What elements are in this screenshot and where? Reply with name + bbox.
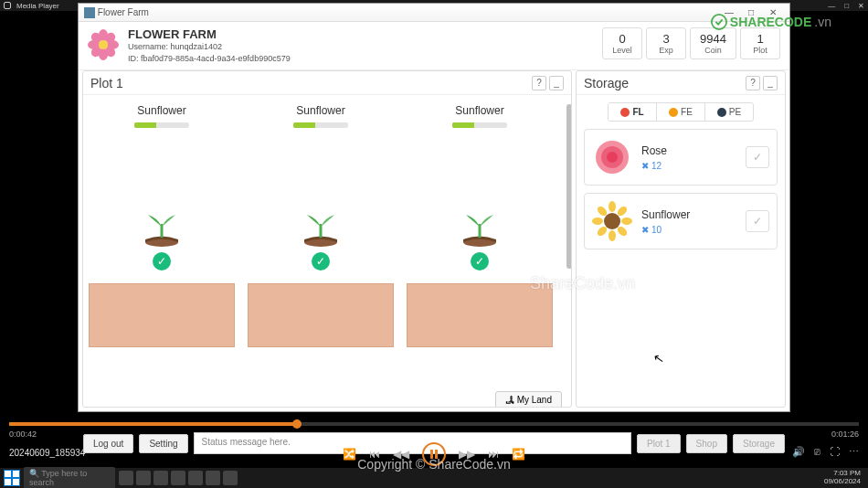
more-icon[interactable]: ⋯ <box>849 446 859 458</box>
player-app-label: Media Player <box>16 2 59 10</box>
empty-plot[interactable] <box>89 283 235 347</box>
window-minimize-button[interactable]: — <box>718 7 740 17</box>
start-button[interactable] <box>4 470 20 486</box>
storage-body: FL FE PE Rose ✖ 12 ✓ <box>577 95 785 407</box>
empty-plot[interactable] <box>407 283 553 347</box>
storage-panel-title: Storage <box>584 76 629 90</box>
rose-icon <box>592 137 632 177</box>
username-value: hunqdzai1402 <box>171 42 223 51</box>
forward-icon[interactable]: ▶▶ <box>459 448 475 461</box>
taskbar-app-icon[interactable] <box>119 471 133 485</box>
plant-sprite <box>139 137 185 247</box>
taskbar-app-icon[interactable] <box>206 471 220 485</box>
my-land-button[interactable]: 🏞 My Land <box>495 391 562 407</box>
tab-fl[interactable]: FL <box>609 103 656 121</box>
stat-exp: 3Exp <box>646 27 686 59</box>
java-icon <box>84 7 95 18</box>
taskbar-app-icon[interactable] <box>171 471 185 485</box>
storage-tabs: FL FE PE <box>608 102 754 122</box>
player-right-controls: 🔊 ⎚ ⛶ ⋯ <box>792 446 859 458</box>
storage-item-check[interactable]: ✓ <box>746 146 769 168</box>
plant-card[interactable]: Sunflower ✓ <box>248 104 394 271</box>
fullscreen-icon[interactable]: ⛶ <box>830 446 840 458</box>
storage-item-qty: ✖ 10 <box>641 225 736 235</box>
svg-rect-0 <box>84 7 95 18</box>
taskbar-app-icon[interactable] <box>223 471 238 485</box>
stat-level: 0Level <box>602 27 642 59</box>
storage-item-sunflower[interactable]: Sunflower ✖ 10 ✓ <box>584 193 778 249</box>
svg-point-24 <box>604 213 620 229</box>
stats-row: 0Level 3Exp 9944Coin 1Plot <box>602 27 780 59</box>
shuffle-icon[interactable]: 🔀 <box>343 448 356 461</box>
app-title: FLOWER FARM <box>128 27 593 41</box>
nav-plot1-button[interactable]: Plot 1 <box>637 434 681 453</box>
tab-pe[interactable]: PE <box>704 103 753 121</box>
nav-shop-button[interactable]: Shop <box>686 434 727 453</box>
prev-icon[interactable]: ⏮ <box>369 448 380 461</box>
sprout-icon <box>457 210 503 247</box>
check-icon[interactable]: ✓ <box>471 252 489 271</box>
check-icon[interactable]: ✓ <box>153 252 171 271</box>
empty-plot[interactable] <box>248 283 394 347</box>
video-file-name: 20240609_185934 <box>9 448 85 458</box>
window-title: Flower Farm <box>98 7 149 17</box>
growth-progress <box>293 122 348 128</box>
os-maximize-icon[interactable]: □ <box>844 2 849 10</box>
taskbar-app-icon[interactable] <box>153 471 168 485</box>
video-time-total: 0:01:26 <box>831 430 859 439</box>
scrollbar-thumb[interactable] <box>566 104 571 269</box>
window-titlebar[interactable]: Flower Farm — □ ✕ <box>79 4 789 22</box>
video-progress-bar[interactable] <box>9 422 859 426</box>
storage-item-rose[interactable]: Rose ✖ 12 ✓ <box>584 129 778 186</box>
plot-minimize-button[interactable]: _ <box>549 76 564 90</box>
window-maximize-button[interactable]: □ <box>740 7 762 17</box>
taskbar-search[interactable]: 🔍 Type here to search <box>24 467 115 488</box>
svg-point-9 <box>99 40 108 49</box>
flower-farm-window: Flower Farm — □ ✕ FLOWER FARM Username: … <box>78 3 790 412</box>
plot-help-button[interactable]: ? <box>532 76 546 90</box>
window-close-button[interactable]: ✕ <box>762 7 784 17</box>
stat-coin: 9944Coin <box>690 27 736 59</box>
os-close-icon[interactable]: ✕ <box>858 2 864 10</box>
username-label: Username: <box>128 42 168 51</box>
taskbar-app-icon[interactable] <box>136 471 151 485</box>
check-icon[interactable]: ✓ <box>312 252 330 271</box>
sprout-icon <box>139 210 185 247</box>
player-controls: 🔀 ⏮ ◀◀ ▶▶ ⏭ 🔁 <box>343 442 525 466</box>
storage-item-name: Rose <box>641 144 736 157</box>
plant-sprite <box>457 137 503 247</box>
app-logo-flower-icon <box>88 29 119 60</box>
next-icon[interactable]: ⏭ <box>488 448 499 461</box>
volume-icon[interactable]: 🔊 <box>792 446 805 458</box>
storage-minimize-button[interactable]: _ <box>763 76 778 90</box>
tab-fe[interactable]: FE <box>656 103 704 121</box>
cast-icon[interactable]: ⎚ <box>814 446 820 458</box>
repeat-icon[interactable]: 🔁 <box>512 448 525 461</box>
plant-name: Sunflower <box>455 104 503 117</box>
storage-item-check[interactable]: ✓ <box>746 210 769 232</box>
nav-storage-button[interactable]: Storage <box>733 434 785 453</box>
plots-area[interactable]: Sunflower ✓ <box>83 95 571 407</box>
plant-name: Sunflower <box>137 104 185 117</box>
play-pause-button[interactable] <box>422 442 446 466</box>
setting-button[interactable]: Setting <box>139 434 187 453</box>
video-progress-fill <box>9 422 298 426</box>
svg-point-17 <box>609 230 616 241</box>
svg-point-18 <box>592 217 603 225</box>
taskbar-app-icon[interactable] <box>188 471 203 485</box>
storage-help-button[interactable]: ? <box>746 76 760 90</box>
header-text: FLOWER FARM Username: hunqdzai1402 ID: f… <box>128 27 593 64</box>
windows-taskbar[interactable]: 🔍 Type here to search 7:03 PM 09/06/2024 <box>0 468 868 488</box>
plot-panel-title: Plot 1 <box>90 76 123 90</box>
logout-button[interactable]: Log out <box>83 434 133 453</box>
taskbar-clock[interactable]: 7:03 PM 09/06/2024 <box>824 470 864 486</box>
sprout-icon <box>298 210 344 247</box>
media-player-shell: Media Player — □ ✕ Flower Farm — □ ✕ FLO <box>0 0 868 488</box>
os-minimize-icon[interactable]: — <box>828 2 835 10</box>
rewind-icon[interactable]: ◀◀ <box>393 448 409 461</box>
growth-progress <box>134 122 189 128</box>
plant-name: Sunflower <box>296 104 344 117</box>
home-icon[interactable] <box>4 2 11 9</box>
plant-card[interactable]: Sunflower ✓ <box>89 104 235 271</box>
plant-card[interactable]: Sunflower ✓ <box>407 104 553 271</box>
